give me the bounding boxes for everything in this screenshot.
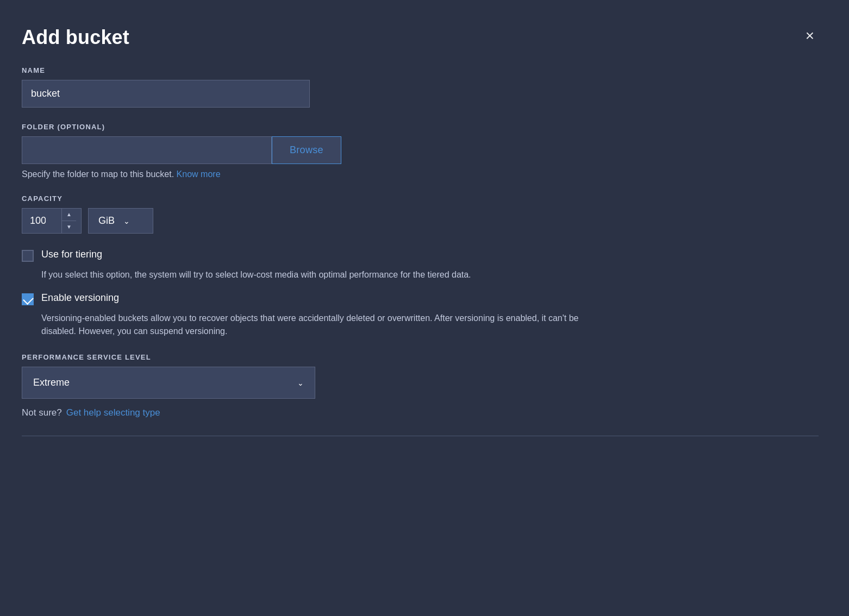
tiering-checkbox-row: Use for tiering: [22, 249, 819, 262]
spinner-buttons: ▲ ▼: [61, 209, 76, 233]
unit-label: GiB: [98, 215, 115, 227]
unit-select[interactable]: GiB ⌄: [88, 208, 153, 234]
capacity-label: CAPACITY: [22, 194, 819, 203]
performance-select[interactable]: Extreme ⌄: [22, 367, 315, 399]
name-label: NAME: [22, 66, 819, 74]
close-button[interactable]: ×: [801, 26, 819, 46]
versioning-checkbox-row: Enable versioning: [22, 292, 819, 305]
dialog-header: Add bucket ×: [22, 26, 819, 49]
tiering-description: If you select this option, the system wi…: [41, 268, 585, 281]
tiering-checkbox[interactable]: [22, 250, 34, 262]
capacity-input[interactable]: [22, 209, 61, 233]
bottom-divider: [22, 436, 819, 436]
not-sure-text: Not sure?: [22, 407, 62, 418]
unit-chevron-icon: ⌄: [123, 217, 130, 225]
get-help-link[interactable]: Get help selecting type: [66, 407, 160, 418]
versioning-label[interactable]: Enable versioning: [41, 292, 119, 304]
folder-input[interactable]: [22, 136, 272, 164]
performance-chevron-icon: ⌄: [297, 379, 304, 387]
not-sure-row: Not sure? Get help selecting type: [22, 407, 819, 418]
folder-hint: Specify the folder to map to this bucket…: [22, 169, 819, 179]
name-section: NAME: [22, 66, 819, 108]
performance-section: PERFORMANCE SERVICE LEVEL Extreme ⌄ Not …: [22, 353, 819, 418]
add-bucket-dialog: Add bucket × NAME FOLDER (OPTIONAL) Brow…: [0, 0, 849, 616]
spinner-up-button[interactable]: ▲: [62, 209, 76, 221]
spinner-down-button[interactable]: ▼: [62, 221, 76, 233]
folder-row: Browse: [22, 136, 819, 164]
capacity-input-wrapper: ▲ ▼: [22, 208, 82, 234]
browse-button[interactable]: Browse: [272, 136, 341, 164]
tiering-label[interactable]: Use for tiering: [41, 249, 102, 260]
capacity-section: CAPACITY ▲ ▼ GiB ⌄: [22, 194, 819, 234]
capacity-row: ▲ ▼ GiB ⌄: [22, 208, 819, 234]
folder-label: FOLDER (OPTIONAL): [22, 123, 819, 131]
performance-label: PERFORMANCE SERVICE LEVEL: [22, 353, 819, 361]
folder-section: FOLDER (OPTIONAL) Browse Specify the fol…: [22, 123, 819, 179]
know-more-link[interactable]: Know more: [177, 169, 221, 179]
versioning-description: Versioning-enabled buckets allow you to …: [41, 312, 585, 338]
dialog-title: Add bucket: [22, 26, 129, 49]
versioning-section: Enable versioning Versioning-enabled buc…: [22, 292, 819, 338]
versioning-checkbox[interactable]: [22, 293, 34, 305]
tiering-section: Use for tiering If you select this optio…: [22, 249, 819, 281]
performance-value: Extreme: [33, 377, 70, 388]
name-input[interactable]: [22, 80, 310, 108]
